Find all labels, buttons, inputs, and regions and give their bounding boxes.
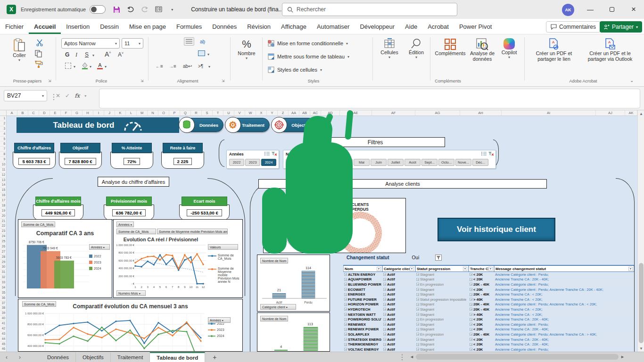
- horizontal-scroll-thumb[interactable]: [416, 354, 619, 360]
- merge-dropdown-icon[interactable]: ▾: [207, 52, 209, 57]
- chart-clients-statut[interactable]: Nombre de Nom1134: [257, 313, 330, 352]
- column-header-catégorie-client[interactable]: Catégorie client▾: [382, 266, 415, 272]
- table-row[interactable]: FUTURE POWERActifStatut progression impo…: [343, 297, 634, 302]
- axis-field-button[interactable]: Catégorie client▾: [260, 304, 296, 310]
- ribbon-tab-accueil[interactable]: Accueil: [29, 19, 61, 34]
- ribbon-tab-insertion[interactable]: Insertion: [61, 19, 95, 34]
- slicer-item-déc...[interactable]: Déc...: [472, 159, 488, 166]
- clear-filter-icon[interactable]: [488, 152, 494, 156]
- font-color-icon[interactable]: A: [96, 62, 104, 69]
- slicer-item-mai[interactable]: Mai: [354, 159, 370, 166]
- table-row[interactable]: BLUEWIND POWERActifEn progression20K - 4…: [343, 282, 634, 287]
- slicer-item-août[interactable]: Août: [405, 159, 421, 166]
- ribbon-tab-acrobat[interactable]: Acrobat: [422, 19, 454, 34]
- borders-icon[interactable]: [65, 63, 71, 70]
- share-button[interactable]: Partager ▾: [600, 21, 642, 33]
- format-as-table-button[interactable]: Mettre sous forme de tableau▾: [268, 53, 349, 60]
- chart-comparatif-ca[interactable]: Somme de CA_MoisComparatif CA 3 ans8750 …: [18, 219, 112, 298]
- donut-card[interactable]: NOUVEAUXCLIENTSCLIENTSPERDUS3: [263, 198, 406, 253]
- table-row[interactable]: AQUAPOWERActifStagnant< 20KAncienne Tran…: [343, 277, 634, 282]
- slicer-item-octo...[interactable]: Octo...: [438, 159, 454, 166]
- ribbon-tab-développeur[interactable]: Développeur: [355, 19, 400, 34]
- autosave-toggle[interactable]: [90, 5, 106, 14]
- vertical-scrollbar[interactable]: ▲ ▼: [637, 110, 644, 352]
- alignment-dialog-launcher[interactable]: ⇲: [222, 79, 225, 83]
- multiselect-icon[interactable]: [264, 152, 270, 156]
- status-filter-icon[interactable]: [435, 255, 442, 261]
- chart-evolution-ca[interactable]: Années▾Somme de CA_MoisSomme de Moyenne …: [113, 219, 243, 298]
- addins-button[interactable]: Compléments: [435, 38, 466, 56]
- slicer-item-2023[interactable]: 2023: [245, 159, 260, 166]
- sheet-tab-objectifs[interactable]: Objectifs: [76, 352, 111, 362]
- underline-dropdown-icon[interactable]: ▾: [92, 53, 94, 58]
- slicer-years[interactable]: Années202220232024: [226, 150, 279, 169]
- legend-values-button[interactable]: Valeurs: [208, 244, 238, 250]
- bold-button[interactable]: G: [65, 51, 69, 58]
- ribbon-tab-révision[interactable]: Révision: [242, 19, 276, 34]
- formula-input[interactable]: [99, 89, 640, 108]
- pdf-share-outlook-button[interactable]: A Créer un PDF et le partager via Outloo…: [583, 38, 637, 62]
- slicer-item-2022[interactable]: 2022: [229, 159, 244, 166]
- save-icon[interactable]: [113, 6, 120, 13]
- nav-button-donnees[interactable]: Données: [180, 118, 223, 132]
- slicer-item-nove...[interactable]: Nove...: [455, 159, 471, 166]
- pivot-field-button[interactable]: Somme de CA_Mois: [21, 222, 55, 227]
- sheet-nav-prev-icon[interactable]: ‹: [0, 354, 13, 361]
- italic-button[interactable]: I: [75, 51, 77, 58]
- grow-font-icon[interactable]: A˄: [105, 50, 111, 58]
- pivot-field-button-1[interactable]: Somme de CA_Mois: [116, 229, 156, 234]
- cell-styles-button[interactable]: Styles de cellules▾: [268, 66, 322, 73]
- font-size-select[interactable]: 11▾: [122, 38, 143, 49]
- ribbon-tab-automatiser[interactable]: Automatiser: [312, 19, 355, 34]
- table-row[interactable]: VOLTAIC ENERGYActifStagnant< 20KAncienne…: [343, 347, 634, 352]
- table-row[interactable]: HORIZON POWERActifStagnant20K - 40KAncie…: [343, 302, 634, 307]
- column-header-message-changement-statut[interactable]: Message changement statut▾: [494, 266, 634, 272]
- ribbon-tab-power-pivot[interactable]: Power Pivot: [454, 19, 497, 34]
- column-header-tranche-ca[interactable]: Tranche CA▾: [469, 266, 494, 272]
- table-row[interactable]: ENERGEXActifStagnant20K - 40KAncienne Tr…: [343, 292, 634, 297]
- table-row[interactable]: NEXTGEN WATTActifStagnant> 40KAncienne T…: [343, 312, 634, 317]
- undo-icon[interactable]: [127, 6, 134, 13]
- sheet-tab-traitement[interactable]: Traitement: [111, 352, 150, 362]
- conditional-formatting-button[interactable]: Mise en forme conditionnelle▾: [268, 40, 348, 47]
- close-button[interactable]: ×: [623, 0, 644, 19]
- font-name-select[interactable]: Aptos Narrow▾: [61, 38, 120, 49]
- document-title[interactable]: Construire un tableau de bord (fina...: [191, 6, 283, 13]
- fill-dropdown-icon[interactable]: ▾: [90, 65, 91, 69]
- table-row[interactable]: THERMOENERGYActifStagnant< 20KAncienne T…: [343, 342, 634, 347]
- maximize-button[interactable]: [602, 0, 622, 19]
- fill-color-icon[interactable]: [81, 62, 89, 69]
- merge-center-icon[interactable]: [198, 50, 205, 58]
- client-table[interactable]: Nom▾Catégorie client▾Statut progression▾…: [343, 265, 634, 352]
- filter-dropdown-icon[interactable]: ▾: [377, 267, 381, 271]
- ribbon-collapse-icon[interactable]: ⌄: [630, 78, 634, 83]
- scroll-left-icon[interactable]: ◄: [410, 354, 414, 359]
- analyze-data-button[interactable]: Analyse de données: [468, 38, 497, 62]
- slicer-months[interactable]: Nom MoisJanvierFévrierMarsAvrilMaiJuinJu…: [283, 150, 496, 169]
- pivot-field-button[interactable]: Nombre de Nom: [260, 316, 288, 321]
- pivot-field-button-2[interactable]: Somme de Moyenne mobile Prévision Mois a…: [157, 229, 228, 234]
- sheet-tab-tableau-de-bord[interactable]: Tableau de bord: [150, 352, 205, 362]
- slicer-item-février[interactable]: Février: [303, 159, 319, 166]
- pivot-field-button[interactable]: Nombre de Nom: [260, 258, 288, 263]
- scroll-right-icon[interactable]: ►: [620, 354, 625, 359]
- legend-field-button[interactable]: Années▾: [89, 244, 110, 250]
- touch-mode-icon[interactable]: [155, 6, 163, 13]
- number-format-button[interactable]: % Nombre ▾: [235, 38, 258, 60]
- ribbon-tab-aide[interactable]: Aide: [400, 19, 422, 34]
- enter-formula-icon[interactable]: ✓: [65, 92, 70, 99]
- cells-button[interactable]: Cellules ▾: [377, 38, 402, 59]
- slicer-item-2024[interactable]: 2024: [261, 159, 276, 166]
- pivot-filter-button[interactable]: Années▾: [116, 222, 134, 227]
- table-row[interactable]: RENEWIX POWERActifStagnant< 20KAncienne …: [343, 327, 634, 332]
- ribbon-tab-dessin[interactable]: Dessin: [95, 19, 124, 34]
- copilot-button[interactable]: Copilot ▾: [498, 38, 520, 59]
- edit-button[interactable]: Édition ▾: [405, 38, 427, 59]
- table-row[interactable]: RENEWEXActifStagnant< 20KAncienne Catégo…: [343, 322, 634, 327]
- sheet-tab-données[interactable]: Données: [41, 352, 76, 362]
- table-row[interactable]: STRATEGIX ENERGYActifStagnant< 20KAncien…: [343, 337, 634, 342]
- horizontal-scrollbar[interactable]: ⋮ ◄ ►: [398, 353, 629, 361]
- scroll-up-icon[interactable]: ▲: [638, 110, 644, 117]
- font-color-dropdown-icon[interactable]: ▾: [105, 65, 107, 69]
- slicer-item-mars[interactable]: Mars: [320, 159, 336, 166]
